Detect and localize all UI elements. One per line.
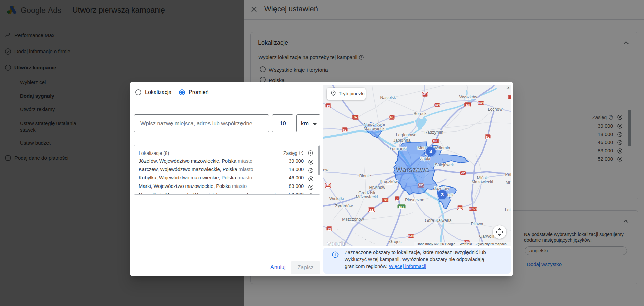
svg-text:Mszczonów: Mszczonów [342, 217, 364, 222]
svg-text:62: 62 [479, 101, 483, 105]
svg-text:Kału: Kału [505, 173, 511, 177]
svg-text:Radzymin: Radzymin [424, 130, 443, 135]
svg-text:Pilawa: Pilawa [471, 222, 483, 226]
svg-text:62: 62 [435, 103, 439, 107]
svg-text:Lato: Lato [505, 208, 511, 212]
svg-text:Sulejówek: Sulejówek [435, 163, 454, 167]
svg-text:S7: S7 [354, 115, 357, 119]
svg-text:50: 50 [486, 135, 489, 138]
svg-text:7: 7 [396, 197, 398, 200]
svg-text:62: 62 [390, 115, 393, 119]
svg-text:Pruszków: Pruszków [380, 179, 398, 184]
svg-text:?: ? [300, 151, 302, 155]
svg-text:50: 50 [458, 206, 462, 209]
svg-text:Warunki: Warunki [460, 242, 472, 246]
svg-text:Legionowo: Legionowo [396, 133, 417, 137]
svg-text:Łochów: Łochów [488, 107, 503, 112]
svg-text:Ząbki: Ząbki [420, 156, 430, 161]
svg-text:A2: A2 [461, 171, 465, 175]
svg-text:Wyszków: Wyszków [459, 95, 478, 99]
svg-text:Mr: Mr [506, 180, 511, 185]
svg-text:Zgłoś błąd w mapach: Zgłoś błąd w mapach [476, 242, 507, 246]
svg-text:3: 3 [441, 192, 444, 197]
svg-text:S8: S8 [369, 208, 373, 211]
svg-text:Żyrardów: Żyrardów [335, 204, 353, 208]
svg-text:61: 61 [423, 93, 427, 96]
svg-text:E77: E77 [399, 205, 404, 208]
svg-text:S17: S17 [470, 207, 476, 211]
svg-text:Błonie: Błonie [359, 174, 371, 178]
svg-text:62: 62 [343, 128, 346, 131]
svg-text:S8: S8 [384, 198, 387, 202]
svg-text:S8: S8 [433, 139, 437, 143]
svg-text:Google: Google [327, 241, 346, 246]
svg-text:Łomianki: Łomianki [390, 146, 407, 151]
svg-text:Wiskitki: Wiskitki [329, 196, 344, 201]
svg-text:50: 50 [409, 234, 413, 238]
svg-text:S8: S8 [466, 103, 470, 106]
svg-text:Piaseczno: Piaseczno [405, 198, 424, 202]
svg-text:Warszawa: Warszawa [396, 166, 429, 173]
svg-text:Jabłonna: Jabłonna [393, 138, 411, 143]
svg-text:Serock: Serock [414, 111, 427, 116]
svg-text:50: 50 [326, 184, 330, 187]
svg-text:Mazowiecki: Mazowiecki [472, 180, 493, 184]
svg-text:Mazowiecki: Mazowiecki [356, 195, 378, 199]
svg-text:Dane mapy ©2026 Google: Dane mapy ©2026 Google [417, 242, 455, 246]
svg-text:S: S [506, 85, 509, 90]
svg-text:3: 3 [429, 149, 432, 154]
svg-text:50: 50 [327, 104, 330, 107]
svg-text:Brwinów: Brwinów [369, 185, 385, 190]
svg-text:Góra Kalwaria: Góra Kalwaria [425, 218, 451, 223]
svg-text:ew: ew [323, 168, 329, 172]
svg-text:70: 70 [328, 227, 331, 230]
svg-text:Nasielsk: Nasielsk [380, 95, 396, 100]
svg-text:S2: S2 [419, 183, 423, 187]
svg-text:Grójec: Grójec [389, 239, 402, 244]
svg-text:Mazowiecki: Mazowiecki [364, 126, 386, 131]
